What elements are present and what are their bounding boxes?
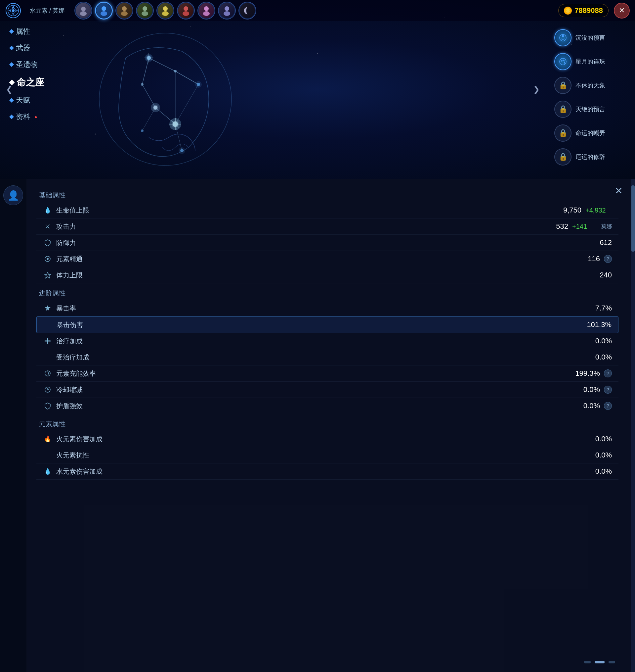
pyro-dmg-icon: 🔥 (43, 434, 52, 444)
scrollbar-thumb[interactable] (631, 185, 635, 252)
svg-point-36 (141, 83, 144, 86)
constellation-item-6[interactable]: 🔒 厄运的修辞 (549, 146, 635, 168)
svg-point-35 (151, 103, 160, 112)
left-nav: 属性 武器 圣遗物 命之座 天赋 资料 ● (10, 26, 44, 122)
const-name-6: 厄运的修辞 (575, 153, 605, 161)
char-tab-4[interactable] (136, 2, 154, 20)
char-tab-9[interactable] (238, 2, 256, 20)
svg-point-16 (203, 11, 210, 16)
incoming-healing-icon (43, 353, 52, 362)
stat-value-hydro-dmg: 0.0% (579, 467, 612, 476)
svg-point-17 (224, 6, 229, 11)
constellation-item-5[interactable]: 🔒 命运的嘲弄 (549, 122, 635, 144)
stat-row-hp[interactable]: 💧 生命值上限 9,750 +4,932 (36, 202, 618, 218)
nav-diamond-attributes (9, 29, 14, 34)
nav-item-attributes[interactable]: 属性 (10, 26, 44, 37)
stat-row-crit-rate[interactable]: 暴击率 7.7% (36, 300, 618, 316)
stat-row-er[interactable]: 元素充能效率 199.3% ? (36, 365, 618, 382)
stats-panel: 基础属性 💧 生命值上限 9,750 +4,932 ⚔ 攻击力 532 +141… (26, 179, 628, 672)
currency-icon: 🪙 (564, 7, 572, 15)
svg-line-21 (175, 71, 198, 84)
currency-amount: 7889088 (574, 6, 603, 15)
svg-point-13 (183, 6, 188, 11)
svg-point-7 (122, 6, 127, 11)
svg-line-26 (175, 84, 198, 124)
stat-value-cd: 0.0% (567, 385, 600, 394)
stat-row-hydro-dmg[interactable]: 💧 水元素伤害加成 0.0% (36, 463, 618, 480)
close-button[interactable]: ✕ (614, 3, 630, 19)
stat-name-crit-dmg: 暴击伤害 (57, 320, 578, 329)
nav-diamond-profile (9, 114, 14, 119)
const-name-4: 灭绝的预言 (575, 105, 605, 113)
stat-name-cd: 冷却缩减 (56, 385, 567, 394)
stat-value-hp: 9,750 (548, 206, 582, 214)
stat-row-pyro-dmg[interactable]: 🔥 火元素伤害加成 0.0% (36, 431, 618, 447)
close-stats-button[interactable]: ✕ (612, 184, 625, 197)
er-icon (43, 369, 52, 378)
stat-row-crit-dmg[interactable]: 暴击伤害 101.3% (36, 316, 618, 333)
stat-row-def[interactable]: 防御力 612 (36, 235, 618, 251)
constellation-item-3[interactable]: 🔒 不休的天象 (549, 74, 635, 97)
stat-row-healing[interactable]: 治疗加成 0.0% (36, 333, 618, 349)
svg-line-20 (149, 58, 175, 71)
bottom-bar (26, 652, 635, 672)
advanced-stats-title: 进阶属性 (36, 289, 618, 298)
constellation-item-2[interactable]: 星月的连珠 (549, 50, 635, 73)
stat-value-er: 199.3% (567, 369, 600, 378)
nav-item-talents[interactable]: 天赋 (10, 95, 44, 105)
char-tab-6[interactable] (177, 2, 195, 20)
nav-arrow-right[interactable]: ❯ (530, 83, 542, 95)
elemental-stats-title: 元素属性 (36, 419, 618, 428)
svg-point-41 (179, 147, 185, 154)
em-help-icon[interactable]: ? (604, 255, 612, 263)
nav-item-profile[interactable]: 资料 ● (10, 112, 44, 122)
constellation-item-4[interactable]: 🔒 灭绝的预言 (549, 98, 635, 121)
stat-row-atk[interactable]: ⚔ 攻击力 532 +141 莫娜 (36, 218, 618, 235)
stat-value-incoming-healing: 0.0% (579, 353, 612, 361)
lock-icon-5: 🔒 (559, 129, 568, 138)
stat-bonus-hp: +4,932 (585, 207, 612, 214)
nav-label-artifacts: 圣遗物 (16, 60, 38, 69)
page-dot-2[interactable] (595, 661, 605, 664)
char-tab-1[interactable] (74, 2, 92, 20)
lock-icon-6: 🔒 (559, 153, 568, 161)
shield-help-icon[interactable]: ? (604, 402, 612, 410)
stat-name-em: 元素精通 (56, 255, 567, 264)
svg-point-11 (163, 6, 168, 11)
character-tabs (68, 2, 558, 20)
svg-point-39 (141, 129, 144, 132)
char-tab-8[interactable] (218, 2, 236, 20)
scrollbar[interactable] (631, 179, 635, 672)
stat-row-stamina[interactable]: 体力上限 240 (36, 267, 618, 284)
stat-row-shield[interactable]: 护盾强效 0.0% ? (36, 398, 618, 414)
er-help-icon[interactable]: ? (604, 370, 612, 377)
char-tab-7[interactable] (197, 2, 215, 20)
svg-point-8 (121, 11, 128, 16)
cd-help-icon[interactable]: ? (604, 386, 612, 394)
stat-row-incoming-healing[interactable]: 受治疗加成 0.0% (36, 349, 618, 365)
page-dot-1[interactable] (584, 661, 591, 664)
char-tab-5[interactable] (156, 2, 174, 20)
stat-row-pyro-res[interactable]: 火元素抗性 0.0% (36, 447, 618, 463)
svg-point-33 (174, 70, 177, 72)
nav-item-artifacts[interactable]: 圣遗物 (10, 60, 44, 69)
const-name-1: 沉没的预言 (575, 34, 605, 42)
constellation-item-1[interactable]: 沉没的预言 (549, 26, 635, 49)
stat-row-cd[interactable]: 冷却缩减 0.0% ? (36, 382, 618, 398)
page-dot-3[interactable] (609, 661, 615, 664)
nav-diamond-weapon (9, 46, 14, 50)
stat-row-em[interactable]: 元素精通 116 ? (36, 251, 618, 267)
nav-diamond-artifacts (9, 62, 14, 67)
nav-arrow-left[interactable]: ❮ (3, 83, 15, 95)
svg-line-22 (142, 58, 149, 84)
nav-label-profile: 资料 (16, 112, 30, 122)
stat-name-hp: 生命值上限 (56, 206, 548, 215)
breadcrumb: 水元素 / 莫娜 (26, 7, 68, 15)
svg-point-51 (560, 58, 566, 65)
stat-extra-atk: 莫娜 (601, 223, 612, 230)
nav-item-weapon[interactable]: 武器 (10, 43, 44, 53)
const-icon-5: 🔒 (554, 124, 571, 142)
char-tab-3[interactable] (115, 2, 133, 20)
shield-icon (43, 401, 52, 411)
char-tab-2[interactable] (95, 2, 113, 20)
